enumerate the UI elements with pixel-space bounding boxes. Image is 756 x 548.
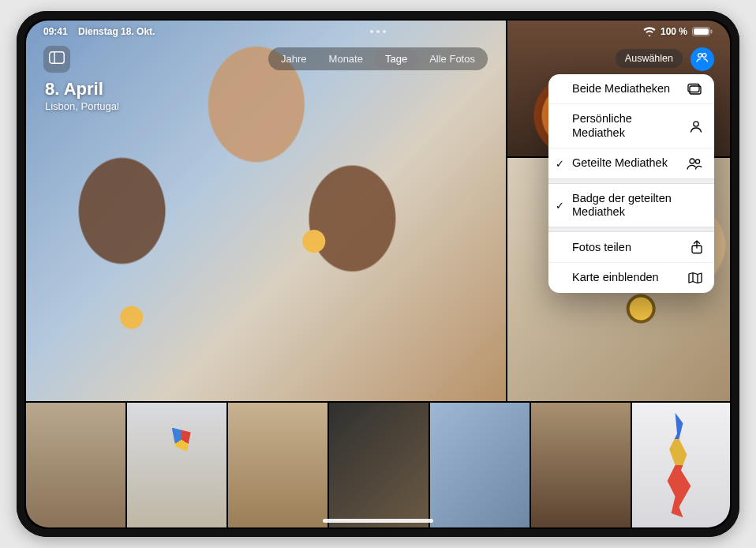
menu-separator [548, 178, 714, 184]
checkmark-icon: ✓ [556, 199, 564, 211]
more-options-button[interactable] [691, 47, 714, 71]
wifi-icon [643, 27, 656, 36]
svg-rect-1 [694, 28, 709, 35]
menu-item-label: Fotos teilen [572, 241, 686, 254]
view-segmented-control[interactable]: Jahre Monate Tage Alle Fotos [268, 47, 488, 70]
segment-days[interactable]: Tage [374, 49, 418, 69]
status-time: 09:41 [43, 26, 68, 37]
svg-point-11 [695, 160, 699, 163]
photo-tile[interactable] [127, 403, 226, 527]
photo-tile[interactable] [228, 403, 327, 527]
status-right: 100 % [643, 26, 713, 37]
date-location-block: 8. April Lisbon, Portugal [45, 79, 119, 112]
photo-tile[interactable] [531, 403, 631, 527]
library-filter-menu: Beide Mediatheken Persönliche Mediathek … [548, 74, 714, 293]
svg-point-6 [702, 54, 706, 58]
menu-item-share-photos[interactable]: Fotos teilen [548, 232, 714, 262]
svg-rect-3 [50, 52, 64, 63]
status-bar: 09:41 Dienstag 18. Okt. 100 % [26, 21, 730, 39]
sidebar-icon [49, 51, 65, 67]
share-icon [686, 240, 703, 254]
ipad-device-frame: 09:41 Dienstag 18. Okt. 100 % [17, 11, 739, 537]
svg-point-9 [694, 122, 698, 126]
checkmark-icon: ✓ [556, 157, 564, 169]
menu-item-both-libraries[interactable]: Beide Mediatheken [548, 74, 714, 103]
photo-tile[interactable] [26, 403, 125, 527]
battery-text: 100 % [661, 26, 687, 37]
people-icon [686, 157, 703, 170]
svg-point-5 [698, 54, 702, 58]
menu-item-show-map[interactable]: Karte einblenden [548, 262, 714, 292]
segment-years[interactable]: Jahre [270, 49, 318, 69]
library-both-icon [686, 83, 703, 96]
person-icon [686, 120, 703, 133]
date-title: 8. April [45, 79, 119, 99]
photo-tile[interactable] [632, 403, 730, 527]
segment-months[interactable]: Monate [318, 49, 374, 69]
menu-item-label: Geteilte Mediathek [572, 156, 686, 170]
menu-item-label: Beide Mediatheken [572, 82, 686, 96]
select-button[interactable]: Auswählen [616, 49, 683, 68]
status-date: Dienstag 18. Okt. [78, 26, 155, 37]
menu-item-label: Karte einblenden [572, 271, 686, 284]
battery-icon [692, 27, 713, 36]
menu-item-shared-library[interactable]: ✓ Geteilte Mediathek [548, 148, 714, 178]
menu-item-personal-library[interactable]: Persönliche Mediathek [548, 103, 714, 148]
photo-tile-hero[interactable] [26, 21, 506, 401]
segment-allphotos[interactable]: Alle Fotos [418, 49, 486, 69]
menu-item-label: Badge der geteilten Mediathek [572, 192, 703, 220]
photo-tile[interactable] [329, 403, 429, 527]
svg-rect-2 [711, 30, 713, 34]
map-icon [686, 272, 703, 284]
menu-item-label: Persönliche Mediathek [572, 112, 686, 140]
sidebar-toggle-button[interactable] [43, 46, 70, 73]
status-left: 09:41 Dienstag 18. Okt. [43, 26, 155, 37]
svg-point-10 [690, 159, 694, 163]
menu-item-shared-badge-toggle[interactable]: ✓ Badge der geteilten Mediathek [548, 184, 714, 227]
location-subtitle: Lisbon, Portugal [45, 100, 119, 112]
ellipsis-icon [695, 52, 709, 66]
photo-tile[interactable] [430, 403, 530, 527]
home-indicator[interactable] [323, 519, 433, 523]
menu-separator [548, 227, 714, 232]
multitask-indicator[interactable] [369, 30, 387, 33]
screen: 09:41 Dienstag 18. Okt. 100 % [26, 21, 730, 527]
